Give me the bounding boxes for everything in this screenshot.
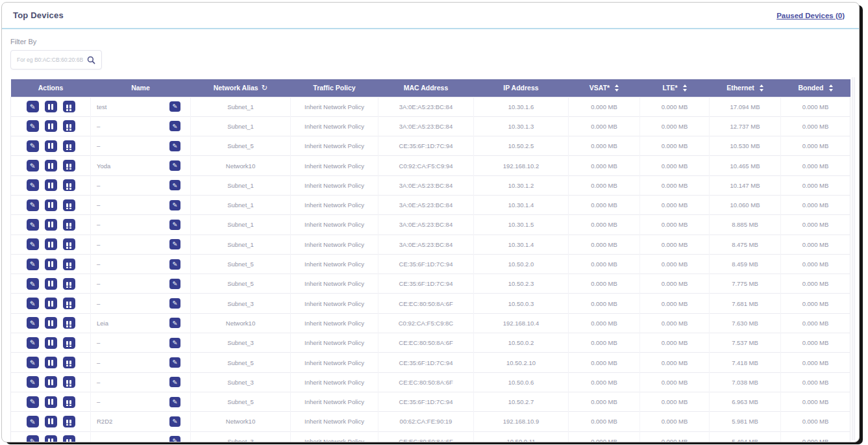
pause-device-button[interactable] [45,317,57,329]
edit-name-button[interactable]: ✎ [169,200,180,210]
edit-name-button[interactable]: ✎ [169,141,180,151]
pause-schedule-button[interactable] [63,278,75,290]
column-header-bonded[interactable]: Bonded [781,79,850,97]
pause-device-button[interactable] [45,101,57,112]
pause-schedule-button[interactable] [63,337,75,349]
edit-name-button[interactable]: ✎ [169,397,180,407]
edit-device-button[interactable]: ✎ [27,120,39,132]
pause-schedule-button[interactable] [63,199,75,211]
pause-device-button[interactable] [45,160,57,172]
pause-schedule-button[interactable] [63,160,75,172]
edit-device-button[interactable]: ✎ [27,179,39,191]
edit-device-button[interactable]: ✎ [27,317,39,329]
pause-schedule-button[interactable] [63,120,75,132]
sort-descending-icon[interactable] [760,89,763,92]
pause-device-button[interactable] [45,179,57,191]
pause-schedule-button[interactable] [63,238,75,250]
edit-name-button[interactable]: ✎ [169,436,180,442]
paused-devices-link[interactable]: Paused Devices (0) [776,12,845,19]
edit-name-button[interactable]: ✎ [169,101,180,112]
ethernet-cell: 7.630 MB [710,313,781,333]
edit-device-button[interactable]: ✎ [27,298,39,309]
edit-name-button[interactable]: ✎ [169,338,180,348]
pause-device-button[interactable] [45,259,57,270]
edit-device-button[interactable]: ✎ [27,140,39,152]
edit-device-button[interactable]: ✎ [27,199,39,211]
pause-device-button[interactable] [45,416,57,427]
edit-device-button[interactable]: ✎ [27,101,39,112]
scrollbar[interactable] [852,77,855,440]
edit-name-button[interactable]: ✎ [169,279,180,289]
pause-schedule-button[interactable] [63,259,75,270]
sort-control[interactable] [683,84,687,92]
pause-schedule-button[interactable] [63,140,75,152]
pause-schedule-icon [66,301,71,305]
edit-name-button[interactable]: ✎ [169,180,180,190]
pause-schedule-icon [66,361,71,364]
column-header-vsat[interactable]: VSAT* [569,79,640,97]
edit-device-button[interactable]: ✎ [27,278,39,290]
edit-device-button[interactable]: ✎ [27,219,39,231]
pause-schedule-button[interactable] [63,357,75,368]
network-alias-cell: Network10 [191,156,291,175]
pause-device-button[interactable] [45,199,57,211]
edit-device-button[interactable]: ✎ [27,160,39,172]
column-header-lte[interactable]: LTE* [640,79,710,97]
pause-device-button[interactable] [45,298,57,309]
pause-schedule-button[interactable] [63,101,75,112]
sort-descending-icon[interactable] [615,89,619,92]
edit-device-button[interactable]: ✎ [27,357,39,368]
pause-schedule-button[interactable] [63,219,75,231]
edit-name-button[interactable]: ✎ [169,239,180,249]
sort-descending-icon[interactable] [683,89,687,92]
edit-device-button[interactable]: ✎ [27,259,39,270]
pause-device-button[interactable] [45,219,57,231]
refresh-icon[interactable]: ↻ [262,83,268,92]
pause-schedule-button[interactable] [63,376,75,388]
edit-device-button[interactable]: ✎ [27,376,39,388]
pause-device-button[interactable] [45,120,57,132]
edit-name-button[interactable]: ✎ [169,357,180,368]
sort-control[interactable] [829,84,833,92]
sort-ascending-icon[interactable] [829,84,833,87]
search-icon[interactable] [87,56,95,64]
pause-device-button[interactable] [45,238,57,250]
sort-descending-icon[interactable] [829,89,833,92]
search-input[interactable] [17,57,83,63]
edit-device-button[interactable]: ✎ [27,337,39,349]
sort-ascending-icon[interactable] [683,84,687,87]
sort-control[interactable] [615,84,619,92]
pause-device-button[interactable] [45,435,57,442]
pause-schedule-button[interactable] [63,396,75,408]
edit-name-button[interactable]: ✎ [169,377,180,387]
pause-device-button[interactable] [45,376,57,388]
edit-device-button[interactable]: ✎ [27,435,39,442]
pause-schedule-button[interactable] [63,298,75,309]
column-header-ethernet[interactable]: Ethernet [710,79,781,97]
edit-name-button[interactable]: ✎ [169,298,180,309]
filter-search-box[interactable] [10,50,102,70]
mac-address-cell: CE:35:6F:1D:7C:94 [378,254,474,273]
edit-device-button[interactable]: ✎ [27,416,39,427]
sort-ascending-icon[interactable] [760,84,763,87]
pause-schedule-button[interactable] [63,179,75,191]
name-cell: –✎ [91,431,191,442]
edit-name-button[interactable]: ✎ [169,160,180,171]
edit-name-button[interactable]: ✎ [169,318,180,328]
pause-device-button[interactable] [45,278,57,290]
edit-name-button[interactable]: ✎ [169,220,180,230]
pause-device-button[interactable] [45,140,57,152]
edit-device-button[interactable]: ✎ [27,238,39,250]
pause-device-button[interactable] [45,357,57,368]
pause-schedule-button[interactable] [63,416,75,427]
edit-name-button[interactable]: ✎ [169,259,180,270]
pause-device-button[interactable] [45,337,57,349]
edit-name-button[interactable]: ✎ [169,121,180,131]
edit-device-button[interactable]: ✎ [27,396,39,408]
pause-schedule-button[interactable] [63,317,75,329]
pause-schedule-button[interactable] [63,435,75,442]
sort-control[interactable] [760,84,763,92]
pause-device-button[interactable] [45,396,57,408]
edit-name-button[interactable]: ✎ [169,416,180,427]
sort-ascending-icon[interactable] [615,84,619,87]
